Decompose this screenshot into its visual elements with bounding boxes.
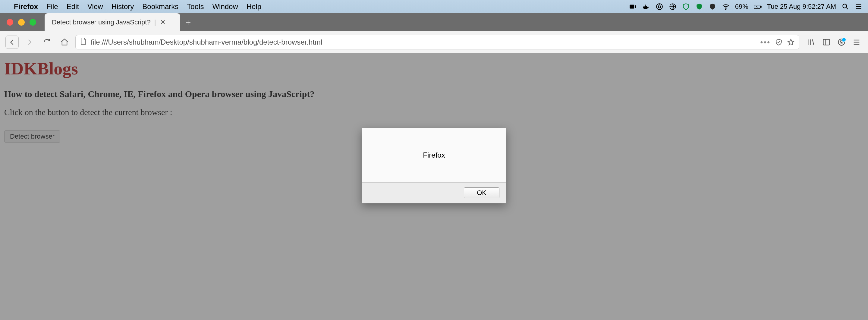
spotlight-search-icon[interactable]	[841, 3, 849, 10]
shield-outline-icon[interactable]	[682, 3, 690, 10]
docker-icon[interactable]	[642, 3, 650, 10]
nav-forward-button[interactable]	[23, 36, 36, 49]
svg-rect-9	[754, 5, 760, 8]
globe-icon[interactable]	[669, 3, 677, 10]
menubar-left: Firefox File Edit View History Bookmarks…	[5, 2, 261, 11]
svg-point-11	[843, 4, 846, 8]
menu-window[interactable]: Window	[212, 2, 238, 11]
menu-bookmarks[interactable]: Bookmarks	[142, 2, 179, 11]
reader-mode-icon[interactable]	[775, 38, 783, 46]
app-name[interactable]: Firefox	[14, 2, 38, 11]
svg-point-8	[725, 9, 726, 10]
svg-rect-6	[658, 6, 661, 8]
url-text: file:///Users/shubham/Desktop/shubham-ve…	[91, 38, 756, 46]
window-zoom-button[interactable]	[30, 19, 36, 26]
menu-help[interactable]: Help	[247, 2, 261, 11]
facetime-icon[interactable]	[629, 3, 637, 10]
svg-rect-0	[629, 5, 634, 9]
tab-title: Detect browser using JavaScript?	[52, 19, 151, 26]
toolbar-right	[804, 38, 863, 46]
nav-back-button[interactable]	[5, 36, 19, 49]
alert-footer: OK	[362, 182, 506, 203]
shield-dark-icon[interactable]	[709, 3, 716, 10]
menu-history[interactable]: History	[112, 2, 134, 11]
page-actions-icon[interactable]: •••	[761, 38, 771, 46]
keychain-icon[interactable]	[655, 3, 663, 10]
alert-dialog: Firefox OK	[362, 128, 506, 203]
sidebar-icon[interactable]	[822, 38, 831, 46]
browser-tab[interactable]: Detect browser using JavaScript? | ✕	[44, 13, 180, 31]
new-tab-button[interactable]: ＋	[180, 13, 196, 31]
svg-rect-4	[645, 5, 646, 6]
menu-view[interactable]: View	[87, 2, 103, 11]
file-page-icon	[80, 37, 87, 47]
window-controls	[0, 13, 44, 31]
menubar-right: 69% Tue 25 Aug 9:52:27 AM	[629, 3, 863, 10]
url-bar[interactable]: file:///Users/shubham/Desktop/shubham-ve…	[75, 35, 799, 50]
alert-message: Firefox	[362, 128, 506, 182]
browser-chrome: Detect browser using JavaScript? | ✕ ＋ f…	[0, 13, 868, 53]
tab-close-icon[interactable]: ✕	[160, 19, 165, 26]
svg-rect-10	[761, 6, 761, 7]
battery-charging-icon[interactable]	[754, 3, 762, 10]
library-icon[interactable]	[807, 38, 815, 46]
tab-bar: Detect browser using JavaScript? | ✕ ＋	[0, 13, 868, 31]
home-button[interactable]	[58, 36, 71, 49]
control-center-icon[interactable]	[855, 3, 863, 10]
account-icon[interactable]	[837, 38, 846, 46]
svg-point-14	[841, 40, 843, 42]
tab-divider: |	[154, 19, 156, 26]
bookmark-star-icon[interactable]	[787, 38, 795, 46]
wifi-icon[interactable]	[722, 3, 730, 10]
window-minimize-button[interactable]	[18, 19, 25, 26]
reload-button[interactable]	[40, 36, 54, 49]
macos-menubar: Firefox File Edit View History Bookmarks…	[0, 0, 868, 13]
shield-filled-icon[interactable]	[695, 3, 703, 10]
window-close-button[interactable]	[7, 19, 13, 26]
hamburger-menu-icon[interactable]	[852, 38, 861, 46]
svg-rect-12	[824, 39, 830, 45]
menu-file[interactable]: File	[46, 2, 58, 11]
menu-tools[interactable]: Tools	[187, 2, 204, 11]
menubar-clock[interactable]: Tue 25 Aug 9:52:27 AM	[767, 3, 836, 10]
viewport: IDKBlogs How to detect Safari, Chrome, I…	[0, 53, 868, 320]
battery-percent[interactable]: 69%	[735, 3, 748, 10]
alert-ok-button[interactable]: OK	[464, 187, 499, 198]
menu-edit[interactable]: Edit	[67, 2, 79, 11]
address-bar-row: file:///Users/shubham/Desktop/shubham-ve…	[0, 31, 868, 53]
